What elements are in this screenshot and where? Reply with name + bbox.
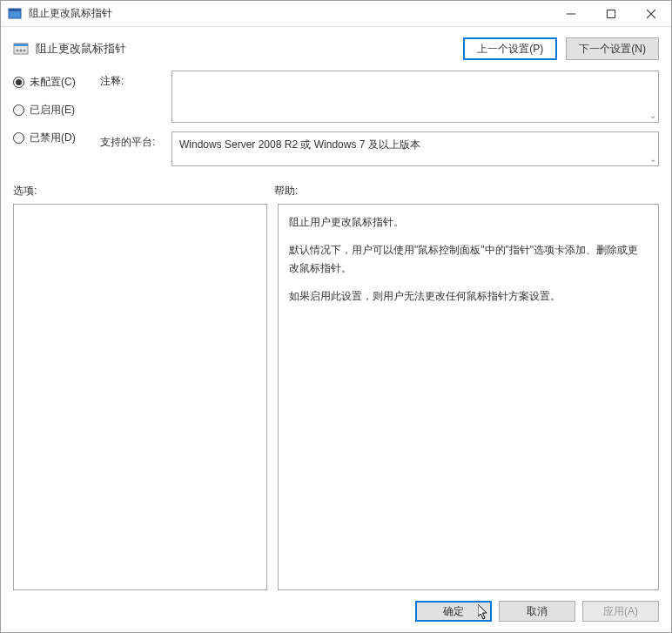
nav-buttons: 上一个设置(P) 下一个设置(N) (463, 37, 659, 60)
radio-column: 未配置(C) 已启用(E) 已禁用(D) (13, 71, 100, 175)
help-paragraph: 默认情况下，用户可以使用"鼠标控制面板"中的"指针"选项卡添加、删除或更改鼠标指… (289, 241, 648, 277)
window-title: 阻止更改鼠标指针 (29, 6, 551, 21)
supported-value: Windows Server 2008 R2 或 Windows 7 及以上版本 (179, 138, 420, 151)
svg-point-10 (24, 50, 26, 52)
svg-rect-3 (608, 10, 615, 17)
radio-icon (13, 77, 24, 88)
radio-disabled[interactable]: 已禁用(D) (13, 130, 100, 145)
titlebar-controls (551, 1, 671, 26)
titlebar: 阻止更改鼠标指针 (1, 1, 671, 27)
help-panel: 阻止用户更改鼠标指针。 默认情况下，用户可以使用"鼠标控制面板"中的"指针"选项… (278, 204, 659, 590)
ok-button-label: 确定 (443, 604, 464, 619)
apply-button[interactable]: 应用(A) (582, 601, 659, 622)
help-label: 帮助: (274, 184, 298, 199)
radio-label: 未配置(C) (30, 75, 76, 90)
svg-point-8 (17, 50, 19, 52)
radio-icon (13, 104, 24, 116)
policy-editor-window: 阻止更改鼠标指针 阻止更改鼠标指针 上一个设置(P) 下一个设置(N) (0, 0, 672, 633)
minimize-button[interactable] (551, 1, 591, 26)
svg-rect-1 (9, 9, 21, 11)
close-button[interactable] (631, 1, 671, 26)
next-setting-button[interactable]: 下一个设置(N) (566, 37, 659, 60)
previous-setting-button[interactable]: 上一个设置(P) (463, 37, 557, 60)
comment-row: 注释: ⌄ (100, 71, 659, 123)
cursor-icon (478, 604, 490, 623)
footer: 确定 取消 应用(A) (1, 590, 671, 632)
radio-label: 已禁用(D) (30, 131, 76, 145)
comment-label: 注释: (100, 71, 171, 123)
comment-textarea[interactable]: ⌄ (171, 71, 659, 123)
svg-point-9 (20, 50, 23, 52)
radio-not-configured[interactable]: 未配置(C) (13, 74, 100, 90)
chevron-down-icon: ⌄ (649, 154, 656, 164)
radio-icon (13, 132, 24, 144)
header-row: 阻止更改鼠标指针 上一个设置(P) 下一个设置(N) (1, 27, 671, 71)
help-paragraph: 阻止用户更改鼠标指针。 (289, 213, 648, 231)
radio-label: 已启用(E) (30, 103, 75, 118)
radio-enabled[interactable]: 已启用(E) (13, 102, 100, 118)
policy-title: 阻止更改鼠标指针 (36, 41, 463, 57)
policy-icon (13, 41, 29, 57)
labels-row: 选项: 帮助: (1, 184, 671, 199)
supported-label: 支持的平台: (100, 131, 171, 166)
maximize-button[interactable] (591, 1, 631, 26)
supported-row: 支持的平台: Windows Server 2008 R2 或 Windows … (100, 131, 659, 166)
cancel-button[interactable]: 取消 (499, 601, 575, 622)
ok-button[interactable]: 确定 (415, 601, 492, 622)
chevron-down-icon: ⌄ (649, 111, 656, 120)
panels-row: 阻止用户更改鼠标指针。 默认情况下，用户可以使用"鼠标控制面板"中的"指针"选项… (1, 204, 671, 590)
help-paragraph: 如果启用此设置，则用户无法更改任何鼠标指针方案设置。 (289, 287, 648, 305)
options-panel (13, 204, 267, 590)
config-section: 未配置(C) 已启用(E) 已禁用(D) 注释: ⌄ 支持的平台: (1, 71, 671, 184)
svg-rect-7 (14, 44, 28, 46)
window-icon (8, 7, 22, 21)
fields-column: 注释: ⌄ 支持的平台: Windows Server 2008 R2 或 Wi… (100, 71, 659, 175)
supported-textarea: Windows Server 2008 R2 或 Windows 7 及以上版本… (171, 131, 659, 166)
options-label: 选项: (13, 184, 274, 199)
